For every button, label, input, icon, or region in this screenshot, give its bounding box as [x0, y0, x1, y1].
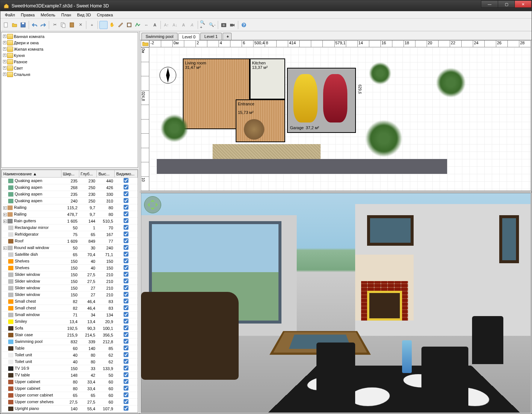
table-row[interactable]: Slider window15027210 — [2, 285, 138, 292]
tree-item[interactable]: +Кухня — [2, 52, 137, 58]
delete-button[interactable]: ✕ — [76, 21, 85, 29]
table-row[interactable]: Upper cabinet8033,460 — [2, 379, 138, 385]
table-row[interactable]: Refridgerator7565167 — [2, 231, 138, 238]
tab-level-0[interactable]: Level 0 — [178, 33, 200, 40]
visible-checkbox[interactable] — [124, 406, 128, 411]
table-row[interactable]: +Railing478,79,780 — [2, 211, 138, 218]
close-button[interactable]: ✕ — [515, 0, 532, 8]
table-row[interactable]: Small chest8246,483 — [2, 305, 138, 312]
visible-checkbox[interactable] — [124, 366, 128, 370]
tree-item[interactable]: +Свет — [2, 65, 137, 71]
visible-checkbox[interactable] — [124, 312, 128, 317]
room-garage[interactable]: Garage 37,2 м² — [287, 68, 356, 133]
minimize-button[interactable]: — — [481, 0, 498, 8]
car-yellow[interactable] — [293, 74, 318, 122]
table-row[interactable]: Upright piano14055,4107,9 — [2, 405, 138, 412]
table-row[interactable]: Roof1 60984977 — [2, 238, 138, 245]
visible-checkbox[interactable] — [124, 258, 128, 263]
text-increase-button[interactable]: A↑ — [162, 21, 171, 29]
visible-checkbox[interactable] — [124, 178, 128, 183]
patio[interactable] — [213, 144, 321, 159]
menu-help[interactable]: Справка — [94, 12, 116, 18]
text-italic-button[interactable]: A — [188, 21, 196, 29]
menu-3dview[interactable]: Вид 3D — [74, 12, 94, 18]
table-row[interactable]: Upper corner cabinet656560 — [2, 392, 138, 399]
table-row[interactable]: TV table1484250 — [2, 372, 138, 379]
visible-checkbox[interactable] — [124, 265, 128, 270]
zoom-in-button[interactable]: 🔍+ — [200, 21, 208, 29]
visible-checkbox[interactable] — [124, 278, 128, 283]
menu-file[interactable]: Файл — [2, 12, 18, 18]
plan-content[interactable]: Living room31,47 м² Kitchen13,37 м² Entr… — [149, 47, 531, 191]
col-width[interactable]: Шир... — [61, 170, 79, 178]
menu-edit[interactable]: Правка — [18, 12, 38, 18]
visible-checkbox[interactable] — [124, 245, 128, 250]
table-row[interactable]: +Round wall window5030240 — [2, 245, 138, 251]
table-row[interactable]: +Railing115,29,780 — [2, 204, 138, 211]
tree-item[interactable]: +Жилая комната — [2, 46, 137, 52]
visible-checkbox[interactable] — [124, 305, 128, 310]
plan-view[interactable]: -20м246500,48414579,11416182022242628 0м… — [141, 40, 531, 191]
undo-button[interactable] — [31, 21, 39, 29]
tab-level-1[interactable]: Level 1 — [200, 33, 222, 40]
table-row[interactable]: Shelves15040150 — [2, 258, 138, 265]
table-row[interactable]: +Rain gutters1 605144510,5 — [2, 218, 138, 224]
expand-icon[interactable]: + — [3, 246, 7, 250]
visible-checkbox[interactable] — [124, 359, 128, 364]
table-row[interactable]: Smiley13,413,420,9 — [2, 318, 138, 325]
save-button[interactable] — [19, 21, 27, 29]
tree-item[interactable]: +Ванная комната — [2, 33, 137, 39]
table-row[interactable]: Table6014085 — [2, 345, 138, 352]
new-button[interactable] — [2, 21, 10, 29]
menu-furniture[interactable]: Мебель — [38, 12, 58, 18]
tree-item[interactable]: +Двери и окна — [2, 39, 137, 46]
visible-checkbox[interactable] — [124, 352, 128, 357]
visible-checkbox[interactable] — [124, 392, 128, 397]
visible-checkbox[interactable] — [124, 386, 128, 391]
redo-button[interactable] — [39, 21, 47, 29]
visible-checkbox[interactable] — [124, 225, 128, 230]
table-row[interactable]: Shelves15040150 — [2, 265, 138, 271]
wall-tool[interactable] — [117, 21, 125, 29]
visible-checkbox[interactable] — [124, 218, 128, 223]
visible-checkbox[interactable] — [124, 211, 128, 216]
video-button[interactable] — [228, 21, 236, 29]
bush-icon[interactable] — [436, 68, 466, 98]
pan-tool[interactable]: ✋ — [108, 21, 116, 29]
table-row[interactable]: Rectangular mirror50170 — [2, 224, 138, 231]
table-row[interactable]: Quaking aspen235230330 — [2, 191, 138, 198]
visible-checkbox[interactable] — [124, 252, 128, 257]
table-row[interactable]: Upper cabinet8033,460 — [2, 385, 138, 392]
visible-checkbox[interactable] — [124, 198, 128, 203]
help-button[interactable]: ? — [240, 21, 248, 29]
zoom-out-button[interactable]: 🔍- — [208, 21, 216, 29]
col-visible[interactable]: Видимо... — [115, 170, 138, 178]
visible-checkbox[interactable] — [124, 325, 128, 330]
table-row[interactable]: Slider window15027,5210 — [2, 271, 138, 278]
text-tool[interactable]: A — [151, 21, 159, 29]
copy-button[interactable] — [59, 21, 67, 29]
open-button[interactable] — [10, 21, 19, 29]
table-row[interactable]: Toilet unit408062 — [2, 359, 138, 365]
car-red[interactable] — [323, 74, 347, 122]
add-furniture-button[interactable]: + — [88, 21, 96, 29]
col-height[interactable]: Выс... — [97, 170, 115, 178]
visible-checkbox[interactable] — [124, 232, 128, 236]
visible-checkbox[interactable] — [124, 399, 128, 404]
terrace[interactable] — [157, 159, 447, 174]
visible-checkbox[interactable] — [124, 185, 128, 190]
room-kitchen[interactable]: Kitchen13,37 м² — [250, 58, 285, 99]
visible-checkbox[interactable] — [124, 272, 128, 277]
visible-checkbox[interactable] — [124, 238, 128, 243]
visible-checkbox[interactable] — [124, 372, 128, 377]
table-row[interactable]: Swimming pool832339212,8 — [2, 338, 138, 345]
table-row[interactable]: Satellite dish6570,471,1 — [2, 251, 138, 258]
visible-checkbox[interactable] — [124, 339, 128, 344]
expand-icon[interactable]: + — [3, 220, 7, 223]
nav-compass[interactable] — [144, 196, 161, 213]
tab-swimming-pool[interactable]: Swimming pool — [141, 33, 178, 40]
text-bold-button[interactable]: A — [179, 21, 188, 29]
view-3d[interactable] — [141, 193, 531, 413]
col-name[interactable]: Наименование ▲ — [2, 170, 61, 178]
bush-icon[interactable] — [369, 62, 391, 85]
